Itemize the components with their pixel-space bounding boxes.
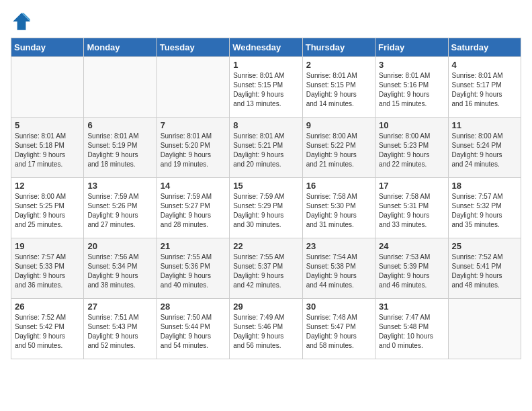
day-number: 8: [233, 120, 298, 130]
day-number: 28: [161, 302, 226, 312]
day-number: 7: [161, 120, 226, 130]
day-header-wednesday: Wednesday: [230, 38, 302, 57]
calendar-cell: 1Sunrise: 8:01 AM Sunset: 5:15 PM Daylig…: [230, 57, 302, 118]
day-info: Sunrise: 7:57 AM Sunset: 5:33 PM Dayligh…: [15, 253, 80, 290]
day-info: Sunrise: 8:00 AM Sunset: 5:23 PM Dayligh…: [379, 132, 444, 169]
calendar-cell: 10Sunrise: 8:00 AM Sunset: 5:23 PM Dayli…: [375, 118, 448, 178]
logo-icon: [11, 11, 32, 32]
day-info: Sunrise: 7:55 AM Sunset: 5:37 PM Dayligh…: [233, 253, 298, 290]
calendar-cell: 5Sunrise: 8:01 AM Sunset: 5:18 PM Daylig…: [11, 118, 84, 178]
day-number: 2: [306, 60, 371, 70]
calendar-cell: 13Sunrise: 7:59 AM Sunset: 5:26 PM Dayli…: [84, 178, 157, 238]
calendar-cell: 7Sunrise: 8:01 AM Sunset: 5:20 PM Daylig…: [157, 118, 229, 178]
calendar-cell: 27Sunrise: 7:51 AM Sunset: 5:43 PM Dayli…: [84, 299, 157, 359]
day-info: Sunrise: 8:01 AM Sunset: 5:17 PM Dayligh…: [452, 71, 517, 109]
day-info: Sunrise: 8:00 AM Sunset: 5:25 PM Dayligh…: [15, 192, 80, 230]
calendar-cell: [448, 299, 521, 359]
day-info: Sunrise: 7:59 AM Sunset: 5:29 PM Dayligh…: [233, 192, 298, 230]
day-number: 3: [379, 60, 444, 70]
calendar-header-row: SundayMondayTuesdayWednesdayThursdayFrid…: [11, 38, 521, 57]
day-header-monday: Monday: [84, 38, 157, 57]
calendar-cell: 9Sunrise: 8:00 AM Sunset: 5:22 PM Daylig…: [302, 118, 375, 178]
day-header-thursday: Thursday: [302, 38, 375, 57]
svg-marker-0: [13, 13, 30, 30]
calendar-cell: 12Sunrise: 8:00 AM Sunset: 5:25 PM Dayli…: [11, 178, 84, 238]
calendar-week-4: 19Sunrise: 7:57 AM Sunset: 5:33 PM Dayli…: [11, 238, 521, 299]
day-info: Sunrise: 7:56 AM Sunset: 5:34 PM Dayligh…: [87, 253, 152, 290]
day-info: Sunrise: 8:01 AM Sunset: 5:15 PM Dayligh…: [306, 71, 371, 109]
day-info: Sunrise: 7:58 AM Sunset: 5:30 PM Dayligh…: [306, 192, 371, 230]
calendar-cell: 3Sunrise: 8:01 AM Sunset: 5:16 PM Daylig…: [375, 57, 448, 118]
day-number: 24: [379, 241, 444, 251]
day-info: Sunrise: 8:01 AM Sunset: 5:20 PM Dayligh…: [161, 132, 226, 169]
calendar-cell: 20Sunrise: 7:56 AM Sunset: 5:34 PM Dayli…: [84, 238, 157, 299]
calendar-cell: 22Sunrise: 7:55 AM Sunset: 5:37 PM Dayli…: [230, 238, 302, 299]
day-number: 12: [15, 181, 80, 191]
day-info: Sunrise: 8:01 AM Sunset: 5:18 PM Dayligh…: [15, 132, 80, 169]
calendar-cell: 21Sunrise: 7:55 AM Sunset: 5:36 PM Dayli…: [157, 238, 229, 299]
day-number: 10: [379, 120, 444, 130]
calendar-cell: 8Sunrise: 8:01 AM Sunset: 5:21 PM Daylig…: [230, 118, 302, 178]
calendar-cell: [84, 57, 157, 118]
day-info: Sunrise: 8:00 AM Sunset: 5:22 PM Dayligh…: [306, 132, 371, 169]
calendar-cell: 14Sunrise: 7:59 AM Sunset: 5:27 PM Dayli…: [157, 178, 229, 238]
day-number: 31: [379, 302, 444, 312]
calendar-cell: 23Sunrise: 7:54 AM Sunset: 5:38 PM Dayli…: [302, 238, 375, 299]
day-number: 29: [233, 302, 298, 312]
calendar-cell: 17Sunrise: 7:58 AM Sunset: 5:31 PM Dayli…: [375, 178, 448, 238]
day-number: 22: [233, 241, 298, 251]
day-number: 16: [306, 181, 371, 191]
day-info: Sunrise: 7:55 AM Sunset: 5:36 PM Dayligh…: [161, 253, 226, 290]
day-number: 1: [233, 60, 298, 70]
calendar-cell: 29Sunrise: 7:49 AM Sunset: 5:46 PM Dayli…: [230, 299, 302, 359]
day-header-sunday: Sunday: [11, 38, 84, 57]
day-number: 4: [452, 60, 517, 70]
calendar-cell: 11Sunrise: 8:00 AM Sunset: 5:24 PM Dayli…: [448, 118, 521, 178]
day-info: Sunrise: 8:00 AM Sunset: 5:24 PM Dayligh…: [452, 132, 517, 169]
day-number: 30: [306, 302, 371, 312]
day-number: 21: [161, 241, 226, 251]
calendar-cell: 4Sunrise: 8:01 AM Sunset: 5:17 PM Daylig…: [448, 57, 521, 118]
calendar-cell: 26Sunrise: 7:52 AM Sunset: 5:42 PM Dayli…: [11, 299, 84, 359]
logo: [11, 11, 35, 32]
calendar-cell: 15Sunrise: 7:59 AM Sunset: 5:29 PM Dayli…: [230, 178, 302, 238]
day-number: 13: [87, 181, 152, 191]
day-number: 5: [15, 120, 80, 130]
calendar-week-2: 5Sunrise: 8:01 AM Sunset: 5:18 PM Daylig…: [11, 118, 521, 178]
calendar-cell: 24Sunrise: 7:53 AM Sunset: 5:39 PM Dayli…: [375, 238, 448, 299]
day-info: Sunrise: 8:01 AM Sunset: 5:19 PM Dayligh…: [87, 132, 152, 169]
day-info: Sunrise: 8:01 AM Sunset: 5:15 PM Dayligh…: [233, 71, 298, 109]
day-info: Sunrise: 7:59 AM Sunset: 5:26 PM Dayligh…: [87, 192, 152, 230]
day-info: Sunrise: 8:01 AM Sunset: 5:16 PM Dayligh…: [379, 71, 444, 109]
day-header-tuesday: Tuesday: [157, 38, 229, 57]
day-info: Sunrise: 7:59 AM Sunset: 5:27 PM Dayligh…: [161, 192, 226, 230]
calendar-cell: 28Sunrise: 7:50 AM Sunset: 5:44 PM Dayli…: [157, 299, 229, 359]
calendar-cell: 16Sunrise: 7:58 AM Sunset: 5:30 PM Dayli…: [302, 178, 375, 238]
day-number: 11: [452, 120, 517, 130]
day-header-saturday: Saturday: [448, 38, 521, 57]
day-info: Sunrise: 7:52 AM Sunset: 5:42 PM Dayligh…: [15, 313, 80, 351]
calendar-cell: 30Sunrise: 7:48 AM Sunset: 5:47 PM Dayli…: [302, 299, 375, 359]
day-info: Sunrise: 7:54 AM Sunset: 5:38 PM Dayligh…: [306, 253, 371, 290]
calendar-cell: 18Sunrise: 7:57 AM Sunset: 5:32 PM Dayli…: [448, 178, 521, 238]
day-info: Sunrise: 7:49 AM Sunset: 5:46 PM Dayligh…: [233, 313, 298, 351]
calendar-week-1: 1Sunrise: 8:01 AM Sunset: 5:15 PM Daylig…: [11, 57, 521, 118]
day-info: Sunrise: 7:57 AM Sunset: 5:32 PM Dayligh…: [452, 192, 517, 230]
day-info: Sunrise: 8:01 AM Sunset: 5:21 PM Dayligh…: [233, 132, 298, 169]
day-info: Sunrise: 7:50 AM Sunset: 5:44 PM Dayligh…: [161, 313, 226, 351]
calendar-cell: [11, 57, 84, 118]
day-number: 23: [306, 241, 371, 251]
calendar-table: SundayMondayTuesdayWednesdayThursdayFrid…: [11, 38, 521, 359]
calendar-week-5: 26Sunrise: 7:52 AM Sunset: 5:42 PM Dayli…: [11, 299, 521, 359]
day-number: 20: [87, 241, 152, 251]
day-info: Sunrise: 7:47 AM Sunset: 5:48 PM Dayligh…: [379, 313, 444, 351]
day-number: 19: [15, 241, 80, 251]
day-number: 17: [379, 181, 444, 191]
calendar-cell: 31Sunrise: 7:47 AM Sunset: 5:48 PM Dayli…: [375, 299, 448, 359]
day-info: Sunrise: 7:48 AM Sunset: 5:47 PM Dayligh…: [306, 313, 371, 351]
day-number: 27: [87, 302, 152, 312]
day-number: 15: [233, 181, 298, 191]
day-number: 6: [87, 120, 152, 130]
day-info: Sunrise: 7:58 AM Sunset: 5:31 PM Dayligh…: [379, 192, 444, 230]
calendar-cell: 19Sunrise: 7:57 AM Sunset: 5:33 PM Dayli…: [11, 238, 84, 299]
